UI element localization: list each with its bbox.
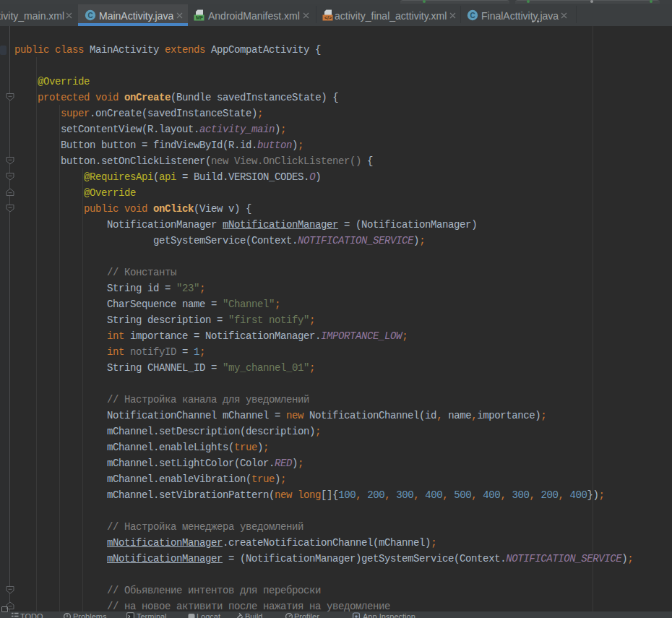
svg-text:C: C xyxy=(470,12,475,20)
svg-text:</>: </> xyxy=(324,15,332,20)
svg-text:C: C xyxy=(87,12,92,20)
svg-text:MF: MF xyxy=(196,15,204,20)
